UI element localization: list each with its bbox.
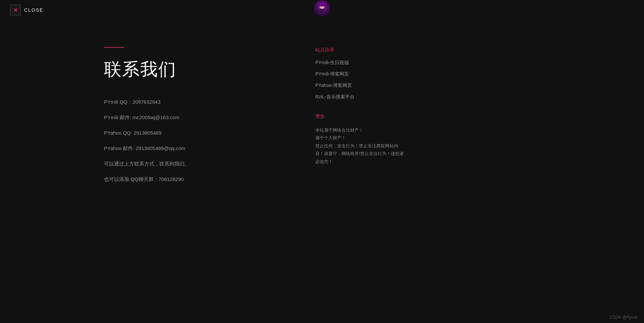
- top-bar: ✕ CLOSE: [0, 0, 644, 20]
- footer-text: CSDN @Pymili: [610, 315, 637, 320]
- contact-qq-pymili: PYmili QQ：2097632843: [104, 98, 302, 106]
- contact-qq-group: 也可以添加 QQ聊天群：706128290: [104, 175, 302, 183]
- site-directory-title: 站点目录: [315, 47, 416, 53]
- svg-point-5: [324, 3, 326, 7]
- svg-rect-2: [320, 9, 324, 13]
- link-pymili-blog[interactable]: PYmili-博客网页: [315, 71, 416, 77]
- svg-point-4: [318, 3, 320, 7]
- page-title: 联系我们: [104, 58, 302, 81]
- section-line: [104, 47, 124, 48]
- warning-section: 警告 本站属于网络合法财产！ 属于个人财产！ 禁止任何，攻击行为！禁止非法爬取网…: [315, 113, 416, 166]
- avatar-image: [314, 0, 330, 17]
- contact-qq-pyahoo: PYahoo QQ: 2913805489: [104, 129, 302, 137]
- svg-point-7: [323, 6, 324, 7]
- link-pyahoo-blog[interactable]: PYahoo-博客网页: [315, 83, 416, 89]
- svg-point-6: [320, 6, 321, 7]
- close-button[interactable]: ✕ CLOSE: [10, 5, 43, 15]
- close-label: CLOSE: [24, 7, 43, 13]
- main-content: 联系我们 PYmili QQ：2097632843 PYmili 邮件: mc2…: [0, 0, 644, 203]
- right-panel: 站点目录 PYmili-生日祝福 PYmili-博客网页 PYahoo-博客网页…: [302, 27, 436, 203]
- contact-info: PYmili QQ：2097632843 PYmili 邮件: mc2005wj…: [104, 98, 302, 183]
- left-panel: 联系我们 PYmili QQ：2097632843 PYmili 邮件: mc2…: [0, 27, 302, 203]
- footer: CSDN @Pymili: [603, 312, 644, 323]
- warning-title: 警告: [315, 113, 416, 120]
- contact-note: 可以通过上方联系方式，联系到我们。: [104, 160, 302, 168]
- avatar: [314, 0, 330, 17]
- site-directory-section: 站点目录 PYmili-生日祝福 PYmili-博客网页 PYahoo-博客网页…: [315, 47, 416, 100]
- contact-email-pymili: PYmili 邮件: mc2005wj@163.com: [104, 113, 302, 122]
- link-pymili-birthday[interactable]: PYmili-生日祝福: [315, 60, 416, 66]
- contact-email-pyahoo: PYahoo 邮件: 2913805489@qq.com: [104, 144, 302, 152]
- warning-text: 本站属于网络合法财产！ 属于个人财产！ 禁止任何，攻击行为！禁止非法爬取网站内 …: [315, 126, 416, 166]
- close-icon: ✕: [10, 5, 21, 15]
- link-rzil-music[interactable]: RziL-音乐搜索平台: [315, 94, 416, 100]
